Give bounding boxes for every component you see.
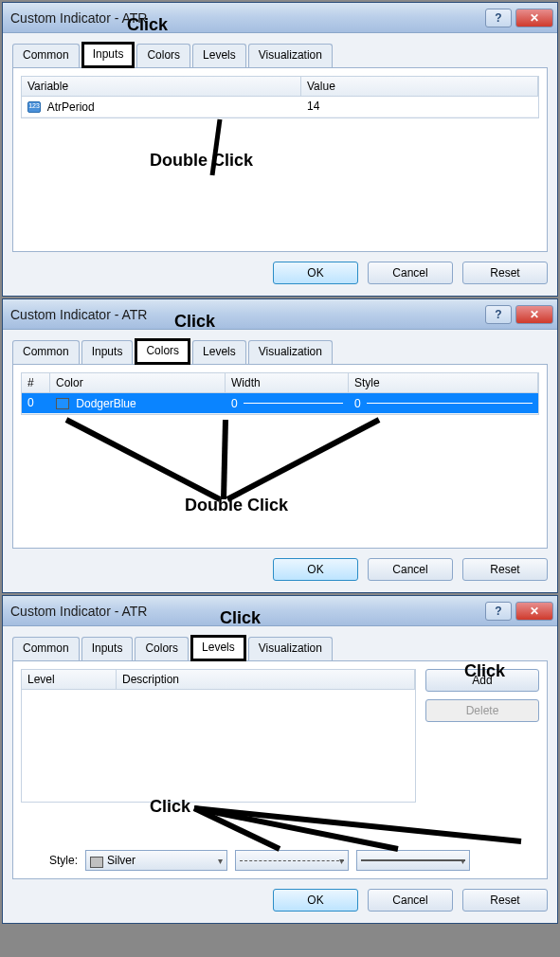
- tab-common[interactable]: Common: [12, 340, 80, 364]
- cell-color[interactable]: DodgerBlue: [50, 393, 226, 413]
- style-color-dropdown[interactable]: Silver ▾: [85, 850, 227, 871]
- cell-width[interactable]: 0: [226, 393, 349, 413]
- titlebar: Custom Indicator - ATR ? ✕: [3, 299, 557, 330]
- help-button[interactable]: ?: [485, 9, 512, 27]
- ok-button[interactable]: OK: [273, 262, 358, 284]
- tab-strip: Common Inputs Colors Levels Visualizatio…: [12, 337, 548, 364]
- tab-visualization[interactable]: Visualization: [248, 340, 333, 364]
- help-button[interactable]: ?: [485, 305, 512, 324]
- titlebar: Custom Indicator - ATR ? ✕: [3, 596, 557, 626]
- tab-colors[interactable]: Colors: [135, 637, 189, 660]
- close-button[interactable]: ✕: [515, 602, 553, 621]
- col-variable[interactable]: Variable: [22, 77, 301, 96]
- cell-value[interactable]: 14: [301, 97, 538, 117]
- reset-button[interactable]: Reset: [462, 889, 548, 912]
- cell-index: 0: [22, 393, 50, 413]
- line-width-icon: [361, 859, 465, 861]
- cell-variable: AtrPeriod: [22, 97, 301, 117]
- reset-button[interactable]: Reset: [462, 558, 548, 581]
- width-preview-icon: [244, 403, 343, 404]
- tab-common[interactable]: Common: [12, 637, 80, 660]
- col-level[interactable]: Level: [22, 670, 117, 689]
- tab-content-colors: # Color Width Style 0 DodgerBlue 0: [12, 364, 548, 549]
- levels-table-body[interactable]: [22, 690, 415, 802]
- inputs-table: Variable Value AtrPeriod 14: [21, 76, 539, 118]
- dialog-inputs: Custom Indicator - ATR ? ✕ Common Inputs…: [2, 2, 558, 297]
- style-width-dropdown[interactable]: ▾: [356, 850, 470, 871]
- window-title: Custom Indicator - ATR: [10, 10, 481, 26]
- cancel-button[interactable]: Cancel: [368, 558, 453, 581]
- tab-levels[interactable]: Levels: [192, 44, 246, 67]
- col-width[interactable]: Width: [226, 373, 349, 392]
- tab-content-inputs: Variable Value AtrPeriod 14: [12, 67, 548, 252]
- tab-strip: Common Inputs Colors Levels Visualizatio…: [12, 41, 548, 67]
- tab-inputs[interactable]: Inputs: [81, 637, 134, 660]
- tab-strip: Common Inputs Colors Levels Visualizatio…: [12, 634, 548, 660]
- style-preview-icon: [367, 403, 533, 404]
- col-style[interactable]: Style: [349, 373, 538, 392]
- close-button[interactable]: ✕: [515, 9, 553, 27]
- tab-visualization[interactable]: Visualization: [248, 637, 333, 660]
- table-row[interactable]: AtrPeriod 14: [22, 97, 538, 117]
- col-value[interactable]: Value: [301, 77, 538, 96]
- window-title: Custom Indicator - ATR: [10, 307, 481, 322]
- delete-button: Delete: [425, 699, 539, 722]
- tab-inputs[interactable]: Inputs: [81, 42, 135, 68]
- col-description[interactable]: Description: [117, 670, 415, 689]
- colors-table: # Color Width Style 0 DodgerBlue 0: [21, 372, 539, 415]
- tab-common[interactable]: Common: [12, 44, 80, 67]
- cell-style[interactable]: 0: [349, 393, 538, 413]
- dialog-levels: Custom Indicator - ATR ? ✕ Common Inputs…: [2, 595, 558, 924]
- tab-visualization[interactable]: Visualization: [248, 44, 333, 67]
- cancel-button[interactable]: Cancel: [368, 262, 453, 284]
- help-button[interactable]: ?: [485, 602, 512, 621]
- integer-icon: [27, 101, 41, 113]
- ok-button[interactable]: OK: [273, 889, 358, 912]
- tab-colors[interactable]: Colors: [135, 338, 190, 365]
- reset-button[interactable]: Reset: [462, 262, 548, 284]
- cancel-button[interactable]: Cancel: [368, 889, 453, 912]
- tab-content-levels: Level Description Add Delete Style: Silv…: [12, 660, 548, 879]
- table-row[interactable]: 0 DodgerBlue 0 0: [22, 393, 538, 414]
- chevron-down-icon: ▾: [339, 856, 344, 866]
- style-label: Style:: [21, 854, 78, 867]
- window-title: Custom Indicator - ATR: [10, 604, 481, 619]
- style-line-dropdown[interactable]: ▾: [235, 850, 349, 871]
- tab-inputs[interactable]: Inputs: [81, 340, 134, 364]
- col-color[interactable]: Color: [50, 373, 226, 392]
- chevron-down-icon: ▾: [218, 856, 223, 866]
- col-index[interactable]: #: [22, 373, 50, 392]
- add-button[interactable]: Add: [425, 669, 539, 692]
- tab-levels[interactable]: Levels: [192, 340, 246, 364]
- chevron-down-icon: ▾: [461, 856, 465, 866]
- line-dashed-icon: [240, 860, 344, 861]
- tab-colors[interactable]: Colors: [136, 44, 190, 67]
- tab-levels[interactable]: Levels: [190, 635, 246, 661]
- titlebar: Custom Indicator - ATR ? ✕: [3, 3, 557, 33]
- dialog-colors: Custom Indicator - ATR ? ✕ Common Inputs…: [2, 298, 558, 593]
- levels-table: Level Description: [21, 669, 416, 803]
- color-swatch-icon: [56, 398, 69, 409]
- close-button[interactable]: ✕: [515, 305, 553, 324]
- color-swatch-icon: [90, 857, 103, 868]
- ok-button[interactable]: OK: [273, 558, 358, 581]
